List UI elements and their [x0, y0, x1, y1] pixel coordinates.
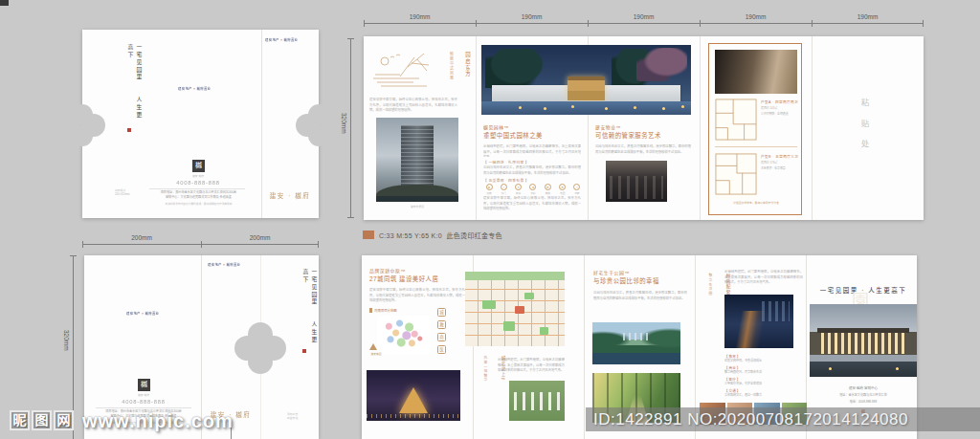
- dim-tick: [82, 241, 83, 248]
- bpanel5-footer1: 建安·樾府 营销中心: [810, 386, 917, 391]
- bpanel3-heading-large: 与珍贵公园比邻的幸福: [593, 276, 659, 285]
- garden-icon-item: ✿ 巷院: [542, 184, 553, 195]
- landmark-triangle: [399, 387, 428, 413]
- flap-co-left: 建安地产: [208, 263, 222, 267]
- floorplan-a: [715, 98, 757, 145]
- brand-logo-mark: 樾: [138, 379, 150, 391]
- province-map: [377, 316, 431, 354]
- amenity-value: 三甲医疗资源，守护全家健康: [724, 382, 806, 385]
- red-seal: [302, 349, 306, 353]
- city-road-map: [465, 272, 565, 346]
- photo-park-lake: [592, 322, 680, 364]
- panel2-heading-small: 樾见园林™: [483, 123, 509, 130]
- corner-note-line2: 200×320mm: [115, 192, 130, 196]
- photo-mansion-dusk: [810, 304, 917, 377]
- bpanel4-intro: 从轴线到庭院，从门第到巷陌，以毫米之功雕琢细节，五重景致次第展开，让每一次归家都…: [724, 270, 803, 291]
- map-project-block: [515, 306, 524, 314]
- floorplan-frame: 户型A · 四室两厅两卫 建面约 143㎡ 三开间朝南 · 全明通透 户型B ·…: [708, 43, 802, 215]
- watermark-char-box: 网: [54, 410, 74, 430]
- co-brand-right: 樾府置业: [197, 87, 212, 91]
- stamp-note: 此色烫印红金专色: [446, 232, 501, 239]
- address-line2: 营销中心：文化路与迎宾路交叉口东南角 恭迎品鉴: [145, 195, 253, 200]
- fold-line: [584, 255, 585, 439]
- cover-slogan-vertical: 一宅见园里 人生更高下: [301, 269, 319, 345]
- dimension-line-top-spread: [364, 23, 924, 24]
- garden-circle-icon: ✧: [573, 184, 580, 190]
- side-note: 烫印工艺 红金专色: [287, 412, 298, 421]
- map-green-block: [482, 300, 496, 309]
- co-brand-right: 樾府置业: [145, 312, 160, 316]
- flap-co-logo: 建安地产 × 樾府置业: [208, 262, 240, 267]
- folder-cover-top: 一宅见园里 人生更高下 建安地产 × 樾府置业 樾 建安·樾府 4008-888…: [82, 30, 319, 218]
- garden-icon-item: ✦ 前庭: [513, 184, 524, 195]
- flap-co-right: 樾府置业: [284, 38, 299, 42]
- slogan-line1: 一宅见园里: [311, 269, 317, 306]
- panel2-heading-large: 重塑中国式园林之美: [483, 131, 543, 140]
- divider: [96, 407, 191, 408]
- phone-number: 4008-888-888: [115, 399, 172, 405]
- brand-mark-text: 建安集团: [364, 352, 389, 356]
- amenity-value: 优质学府环伺，书香浸润成长: [724, 359, 806, 362]
- panel3-heading-small: 建安物业™: [595, 123, 621, 130]
- panel1-photo-caption: 建筑效果图: [376, 205, 458, 209]
- garden-circle-icon: ⌂: [501, 184, 507, 190]
- bpanel2-vt2: 执掌一城繁华: [483, 356, 487, 383]
- cover-slogan-vertical: 一宅见园里 人生更高下: [126, 44, 144, 124]
- dim-tick: [318, 241, 319, 248]
- floorplan-a-desc: 三开间朝南 · 全明通透: [761, 112, 799, 117]
- dimension-label-height-top: 320mm: [341, 113, 347, 134]
- garden-icon-label: 仪门: [501, 191, 506, 195]
- photo-night-gate: [481, 45, 691, 115]
- watermark-id-text: ID:1422891 NO:20200708172014124080: [586, 407, 980, 431]
- region-icon: 城: [437, 308, 446, 317]
- garden-circle-icon: ✿: [545, 184, 551, 190]
- dimension-label-200: 200mm: [201, 234, 319, 241]
- bpanel5-footer2: 地址：金水区文化路与北三环交汇处: [810, 393, 917, 398]
- floorplan-b-title: 户型B · 五室两厅三卫: [761, 154, 799, 159]
- amenity-value: 立体路网交汇，通达一城繁华: [724, 393, 806, 397]
- map-green-block: [503, 321, 515, 331]
- dim-tick: [476, 20, 477, 27]
- co-brand-x: ×: [142, 312, 144, 316]
- dimension-line-vertical-top: [350, 38, 351, 218]
- dimension-label-190: 190mm: [364, 13, 476, 20]
- brand-logo-caption: 建安·樾府: [124, 393, 163, 397]
- panel1-vt2: 致敬中式风雅: [449, 52, 454, 80]
- mansion-pool: [810, 362, 917, 377]
- photo-butler-team: [606, 161, 667, 202]
- paste-char: 粘: [859, 99, 869, 120]
- garden-icon-item: ✧ 归家: [571, 184, 583, 195]
- dim-tick: [347, 38, 354, 39]
- garden-icon-item: ☘ 宅园: [557, 184, 568, 195]
- amenity-item: 【 医疗 】 三甲医疗资源，守护全家健康: [724, 377, 806, 385]
- fold-line: [812, 36, 813, 220]
- watermark-char-box: 图: [32, 410, 52, 430]
- diecut-clover-center: [251, 339, 270, 358]
- flap-co-logo: 建安地产 × 樾府置业: [265, 37, 298, 42]
- slogan-line1: 一宅见园里: [136, 44, 142, 81]
- dimension-line-folder: [82, 244, 319, 245]
- watermark-id-bar: ID:1422891 NO:20200708172014124080: [586, 407, 980, 431]
- floorplan-caption: 户型图仅供参考，最终以实际交付为准: [713, 201, 799, 205]
- bpanel1-heading-small: 品牌深耕中原™: [369, 267, 406, 274]
- garden-icon-label: 中庭: [530, 191, 535, 195]
- dim-tick: [364, 20, 365, 27]
- frame-divider: [715, 146, 797, 147]
- garden-icon-item: ❀ 迎宾: [483, 184, 495, 195]
- floorplan-b-area: 建面约 178㎡: [761, 161, 799, 165]
- flap-co-left: 建安地产: [265, 38, 279, 42]
- panel2-subhead1: 【 一轴四进 · 礼序归家 】: [483, 160, 529, 165]
- spot-color-note: C:33 M:55 Y:65 K:0 此色烫印红金专色: [379, 230, 502, 240]
- mansion-colonnade: [821, 333, 904, 353]
- garden-icon-label: 迎宾: [486, 191, 491, 195]
- flap-co-x: ×: [280, 38, 282, 42]
- artboard: 一宅见园里 人生更高下 建安地产 × 樾府置业 樾 建安·樾府 4008-888…: [0, 0, 980, 439]
- phone-number: 4008-888-888: [169, 180, 227, 186]
- panel1-body: 建安深耕中原廿载，始终以匠心致敬土地。择城市之芯，拾东方礼序，以现代营造笔法重写…: [369, 98, 457, 115]
- region-icon: 医: [437, 345, 446, 354]
- red-seal: [127, 128, 131, 132]
- photo-city-night: [724, 295, 793, 348]
- garden-icon-label: 前庭: [516, 191, 521, 195]
- panel2-body3: 建安深耕中原廿载，始终以匠心致敬土地。择城市之芯，拾东方礼序，以现代营造笔法重写…: [483, 196, 581, 213]
- brand-logo-mark: 樾: [192, 160, 205, 172]
